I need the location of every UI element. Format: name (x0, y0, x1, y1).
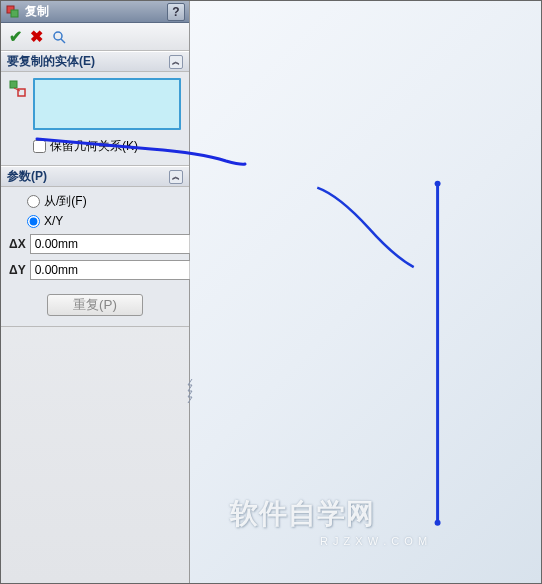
keep-relations-checkbox-row[interactable]: 保留几何关系(K) (33, 138, 181, 155)
entities-header[interactable]: 要复制的实体(E) ︽ (1, 52, 189, 72)
dy-spinner[interactable]: ▲ ▼ (30, 260, 206, 280)
params-section: 参数(P) ︽ 从/到(F) X/Y ΔX (1, 166, 189, 327)
dx-spinner[interactable]: ▲ ▼ (30, 234, 206, 254)
dy-label: ΔY (9, 263, 26, 277)
params-header-label: 参数(P) (7, 168, 47, 185)
radio-xy-label: X/Y (44, 214, 63, 228)
svg-line-3 (61, 39, 65, 43)
watermark-sub-text: R J Z X W . C O M (320, 535, 428, 547)
radio-from-to-row[interactable]: 从/到(F) (27, 193, 181, 210)
property-panel: 复制 ? ✔ ✖ 要复制的实体(E) ︽ (1, 1, 190, 583)
cancel-icon[interactable]: ✖ (30, 27, 43, 46)
dx-input[interactable] (31, 235, 189, 253)
copy-feature-icon (5, 4, 21, 20)
dy-input[interactable] (31, 261, 189, 279)
watermark-text: 软件自学网 (230, 495, 375, 533)
entity-selection-box[interactable] (33, 78, 181, 130)
keep-relations-label: 保留几何关系(K) (50, 138, 138, 155)
svg-rect-4 (10, 81, 17, 88)
dy-row: ΔY ▲ ▼ (9, 260, 181, 280)
entities-header-label: 要复制的实体(E) (7, 53, 95, 70)
repeat-button[interactable]: 重复(P) (47, 294, 143, 316)
svg-rect-1 (11, 10, 18, 17)
entity-select-icon (9, 80, 27, 98)
keep-relations-checkbox[interactable] (33, 140, 46, 153)
help-button[interactable]: ? (167, 3, 185, 21)
radio-xy-row[interactable]: X/Y (27, 214, 181, 228)
chevron-up-icon[interactable]: ︽ (169, 55, 183, 69)
entities-section: 要复制的实体(E) ︽ 保留几何关系(K) (1, 51, 189, 166)
dx-label: ΔX (9, 237, 26, 251)
splitter-handle[interactable] (186, 371, 194, 411)
chevron-up-icon[interactable]: ︽ (169, 170, 183, 184)
title-bar: 复制 ? (1, 1, 189, 23)
dx-row: ΔX ▲ ▼ (9, 234, 181, 254)
radio-from-to[interactable] (27, 195, 40, 208)
action-bar: ✔ ✖ (1, 23, 189, 51)
panel-title: 复制 (25, 3, 167, 20)
ok-icon[interactable]: ✔ (9, 27, 22, 46)
svg-point-8 (435, 520, 441, 526)
radio-xy[interactable] (27, 215, 40, 228)
params-header[interactable]: 参数(P) ︽ (1, 167, 189, 187)
graphics-canvas[interactable]: 软件自学网 R J Z X W . C O M (190, 1, 541, 583)
detailed-preview-icon[interactable] (51, 29, 67, 45)
radio-from-to-label: 从/到(F) (44, 193, 87, 210)
svg-point-2 (54, 32, 62, 40)
